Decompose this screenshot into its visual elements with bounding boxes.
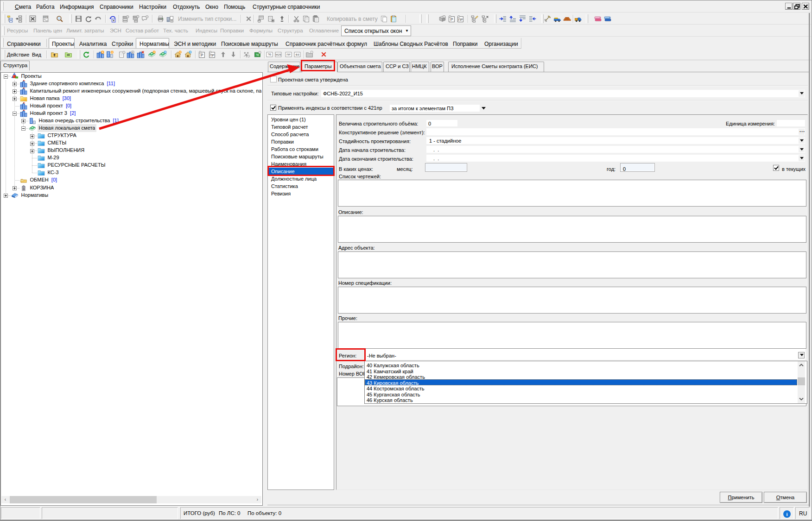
svg-text:М29: М29: [276, 53, 281, 56]
svg-text:%: %: [268, 52, 271, 56]
svg-text:ПР: ПР: [458, 18, 463, 21]
svg-text:ПР: ПР: [210, 54, 215, 57]
svg-text:ФЗ: ФЗ: [296, 53, 299, 56]
svg-text:PDF: PDF: [44, 17, 48, 19]
svg-text:ПР: ПР: [286, 53, 290, 56]
svg-text:P: P: [201, 53, 203, 57]
svg-text:P: P: [450, 17, 453, 22]
svg-text:%: %: [256, 53, 259, 56]
